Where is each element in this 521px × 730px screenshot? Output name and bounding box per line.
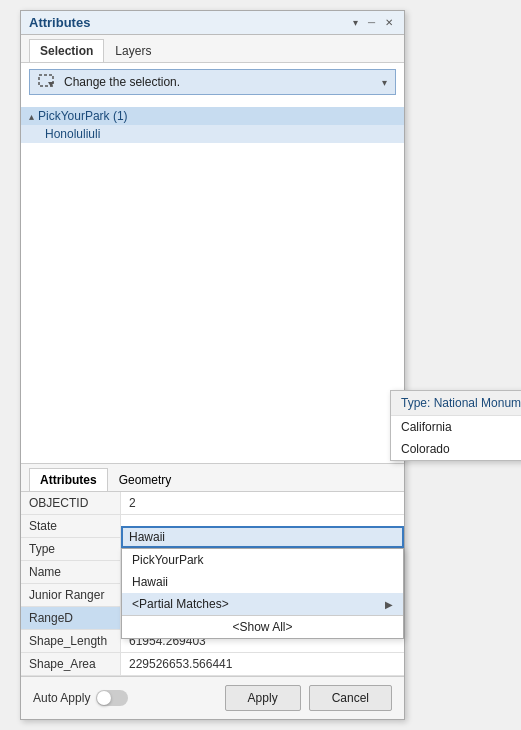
panel-title: Attributes (29, 15, 90, 30)
field-label-shape-area: Shape_Area (21, 653, 121, 676)
dropdown-item-partial-matches[interactable]: <Partial Matches> ▶ (122, 593, 403, 615)
field-label-objectid: OBJECTID (21, 492, 121, 515)
tree-area: ▴ PickYourPark (1) Honoluliuli (21, 101, 404, 464)
field-label-junior-ranger: Junior Ranger (21, 584, 121, 607)
attributes-panel: Attributes ▾ ─ ✕ Selection Layers Change… (20, 10, 405, 720)
footer-row: Auto Apply Apply Cancel (21, 676, 404, 719)
dropdown-item-pickyourpark[interactable]: PickYourPark (122, 549, 403, 571)
state-input[interactable] (121, 526, 404, 548)
partial-matches-label: <Partial Matches> (132, 597, 229, 611)
tree-toggle-icon: ▴ (29, 111, 34, 122)
panel-controls: ▾ ─ ✕ (350, 16, 396, 29)
selection-dropdown-button[interactable]: Change the selection. ▾ (29, 69, 396, 95)
apply-button[interactable]: Apply (225, 685, 301, 711)
cancel-button[interactable]: Cancel (309, 685, 392, 711)
toggle-knob (97, 691, 111, 705)
submenu-item-colorado[interactable]: Colorado (391, 438, 521, 460)
tree-group-label: PickYourPark (1) (38, 109, 128, 123)
auto-apply-container: Auto Apply (33, 690, 128, 706)
tab-selection[interactable]: Selection (29, 39, 104, 62)
dropdown-btn-left: Change the selection. (38, 74, 180, 90)
submenu-header: Type: National Monument (391, 391, 521, 416)
state-dropdown-list: PickYourPark Hawaii <Partial Matches> ▶ … (121, 548, 404, 639)
tab-layers[interactable]: Layers (104, 39, 162, 62)
bottom-tab-bar: Attributes Geometry (21, 464, 404, 492)
top-tab-bar: Selection Layers (21, 35, 404, 63)
partial-matches-chevron-icon: ▶ (385, 599, 393, 610)
attributes-grid: OBJECTID 2 State PickYourPark Hawaii <Pa… (21, 492, 404, 676)
minimize-button[interactable]: ─ (365, 16, 378, 29)
field-label-name: Name (21, 561, 121, 584)
submenu-item-california[interactable]: California (391, 416, 521, 438)
submenu-popup: Type: National Monument California Color… (390, 390, 521, 461)
tab-attributes[interactable]: Attributes (29, 468, 108, 491)
field-label-state: State (21, 515, 121, 538)
auto-apply-label: Auto Apply (33, 691, 90, 705)
tree-group-header[interactable]: ▴ PickYourPark (1) (21, 107, 404, 125)
bottom-section: Attributes Geometry OBJECTID 2 State Pic… (21, 464, 404, 719)
panel-header: Attributes ▾ ─ ✕ (21, 11, 404, 35)
field-value-objectid: 2 (121, 492, 404, 515)
field-label-ranged: RangeD (21, 607, 121, 630)
tree-item[interactable]: Honoluliuli (21, 125, 404, 143)
close-button[interactable]: ✕ (382, 16, 396, 29)
pin-button[interactable]: ▾ (350, 16, 361, 29)
tree-group: ▴ PickYourPark (1) Honoluliuli (21, 105, 404, 145)
footer-buttons: Apply Cancel (225, 685, 392, 711)
dropdown-item-hawaii[interactable]: Hawaii (122, 571, 403, 593)
selection-icon (38, 74, 58, 90)
selection-dropdown-label: Change the selection. (64, 75, 180, 89)
svg-marker-1 (48, 82, 54, 87)
field-value-shape-area: 229526653.566441 (121, 653, 404, 676)
tab-geometry[interactable]: Geometry (108, 468, 183, 491)
state-dropdown-container: PickYourPark Hawaii <Partial Matches> ▶ … (121, 526, 404, 548)
toolbar-row: Change the selection. ▾ (21, 63, 404, 101)
auto-apply-toggle[interactable] (96, 690, 128, 706)
field-value-state: PickYourPark Hawaii <Partial Matches> ▶ … (121, 526, 404, 527)
field-label-shape-length: Shape_Length (21, 630, 121, 653)
dropdown-item-show-all[interactable]: <Show All> (122, 615, 403, 638)
field-label-type: Type (21, 538, 121, 561)
dropdown-chevron-icon: ▾ (382, 77, 387, 88)
